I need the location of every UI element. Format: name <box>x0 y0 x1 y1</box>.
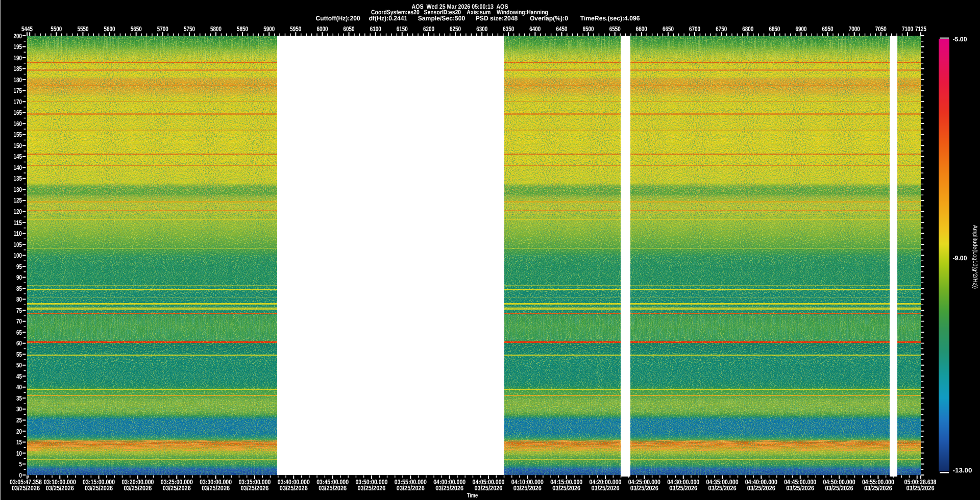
svg-text:03/25/2026: 03/25/2026 <box>240 484 268 492</box>
svg-text:6350: 6350 <box>503 25 514 33</box>
svg-text:5: 5 <box>19 460 21 468</box>
svg-text:03/25/2026: 03/25/2026 <box>592 484 620 492</box>
svg-text:5950: 5950 <box>290 25 301 33</box>
svg-text:175: 175 <box>14 87 22 94</box>
svg-text:135: 135 <box>14 174 22 182</box>
svg-text:Time: Time <box>467 492 478 499</box>
svg-text:170: 170 <box>14 98 22 106</box>
svg-text:130: 130 <box>14 186 22 193</box>
svg-text:6750: 6750 <box>716 25 727 33</box>
svg-text:6400: 6400 <box>529 25 541 33</box>
svg-text:-9.00: -9.00 <box>953 255 967 262</box>
svg-text:6950: 6950 <box>822 25 834 33</box>
svg-text:105: 105 <box>14 241 22 248</box>
svg-text:5750: 5750 <box>184 25 195 33</box>
svg-text:6650: 6650 <box>663 25 674 33</box>
svg-text:5445: 5445 <box>21 25 33 33</box>
svg-text:6000: 6000 <box>316 25 328 33</box>
svg-text:03/25/2026: 03/25/2026 <box>357 484 385 492</box>
svg-text:90: 90 <box>16 273 22 281</box>
svg-text:5650: 5650 <box>131 25 142 33</box>
svg-text:03/25/2026: 03/25/2026 <box>280 484 308 492</box>
svg-text:145: 145 <box>14 153 22 160</box>
svg-text:75: 75 <box>16 307 22 314</box>
svg-text:195: 195 <box>14 43 22 51</box>
svg-text:155: 155 <box>14 131 22 138</box>
svg-text:03/25/2026: 03/25/2026 <box>12 484 40 492</box>
svg-text:-5.00: -5.00 <box>953 36 967 43</box>
svg-text:03/25/2026: 03/25/2026 <box>318 484 347 492</box>
svg-text:6600: 6600 <box>636 25 647 33</box>
svg-text:03/25/2026: 03/25/2026 <box>435 484 463 492</box>
svg-text:6700: 6700 <box>689 25 700 33</box>
svg-text:03/25/2026: 03/25/2026 <box>630 484 658 492</box>
svg-text:50: 50 <box>16 361 22 369</box>
svg-text:6550: 6550 <box>609 25 621 33</box>
svg-text:03/25/2026: 03/25/2026 <box>864 484 892 492</box>
svg-text:6800: 6800 <box>742 25 753 33</box>
svg-text:6900: 6900 <box>795 25 806 33</box>
svg-text:03/25/2026: 03/25/2026 <box>163 484 191 492</box>
svg-text:6150: 6150 <box>397 25 408 33</box>
svg-text:03/25/2026: 03/25/2026 <box>708 484 737 492</box>
svg-text:5700: 5700 <box>157 25 168 33</box>
svg-text:25: 25 <box>16 416 22 424</box>
svg-text:150: 150 <box>14 142 22 149</box>
svg-text:70: 70 <box>16 317 22 325</box>
svg-text:20: 20 <box>16 428 22 435</box>
svg-text:03/25/2026: 03/25/2026 <box>552 484 580 492</box>
svg-text:180: 180 <box>14 76 22 84</box>
svg-text:115: 115 <box>14 219 22 227</box>
svg-text:03/25/2026: 03/25/2026 <box>474 484 502 492</box>
svg-text:03/25/2026: 03/25/2026 <box>397 484 425 492</box>
svg-text:5550: 5550 <box>77 25 88 33</box>
svg-text:6450: 6450 <box>556 25 567 33</box>
svg-text:5500: 5500 <box>51 25 62 33</box>
svg-text:95: 95 <box>16 263 22 270</box>
svg-text:7050: 7050 <box>875 25 887 33</box>
svg-text:6200: 6200 <box>423 25 434 33</box>
svg-text:6050: 6050 <box>344 25 355 33</box>
svg-text:03/25/2026: 03/25/2026 <box>513 484 542 492</box>
svg-text:6500: 6500 <box>583 25 594 33</box>
svg-text:185: 185 <box>14 65 22 72</box>
svg-text:120: 120 <box>14 208 22 215</box>
svg-text:03/25/2026: 03/25/2026 <box>46 484 74 492</box>
svg-text:85: 85 <box>16 285 22 292</box>
svg-text:110: 110 <box>14 230 22 237</box>
svg-text:60: 60 <box>16 339 22 347</box>
svg-text:200: 200 <box>14 32 22 40</box>
svg-text:5800: 5800 <box>210 25 222 33</box>
svg-text:45: 45 <box>16 372 22 380</box>
svg-text:190: 190 <box>14 54 22 62</box>
svg-text:03/25/2026: 03/25/2026 <box>786 484 814 492</box>
svg-text:7000: 7000 <box>849 25 860 33</box>
svg-text:03/25/2026: 03/25/2026 <box>825 484 853 492</box>
svg-text:15: 15 <box>16 438 22 446</box>
svg-text:6250: 6250 <box>450 25 461 33</box>
svg-text:55: 55 <box>16 351 22 358</box>
svg-text:6300: 6300 <box>476 25 487 33</box>
svg-text:35: 35 <box>16 394 22 402</box>
svg-text:-13.00: -13.00 <box>953 467 972 474</box>
svg-text:7125: 7125 <box>915 25 926 33</box>
svg-text:40: 40 <box>16 383 22 391</box>
svg-text:03/25/2026: 03/25/2026 <box>202 484 230 492</box>
svg-text:5600: 5600 <box>104 25 115 33</box>
svg-text:5850: 5850 <box>237 25 248 33</box>
svg-text:03/25/2026: 03/25/2026 <box>906 484 935 492</box>
svg-text:165: 165 <box>14 109 22 116</box>
svg-text:10: 10 <box>16 449 22 457</box>
svg-text:6100: 6100 <box>370 25 381 33</box>
svg-text:Cuttoff(Hz):200 df(Hz):0.2: Cuttoff(Hz):200 df(Hz):0.2441 Sample/Sec… <box>316 15 640 22</box>
svg-text:80: 80 <box>16 295 22 303</box>
svg-text:6850: 6850 <box>769 25 780 33</box>
svg-text:30: 30 <box>16 405 22 413</box>
svg-text:65: 65 <box>16 329 22 336</box>
svg-text:03/25/2026: 03/25/2026 <box>124 484 152 492</box>
svg-text:Amplitude(Log10(g^2/Hz)): Amplitude(Log10(g^2/Hz)) <box>972 225 978 289</box>
svg-text:125: 125 <box>14 196 22 204</box>
svg-text:03/25/2026: 03/25/2026 <box>747 484 775 492</box>
svg-text:140: 140 <box>14 164 22 171</box>
svg-text:5900: 5900 <box>263 25 275 33</box>
